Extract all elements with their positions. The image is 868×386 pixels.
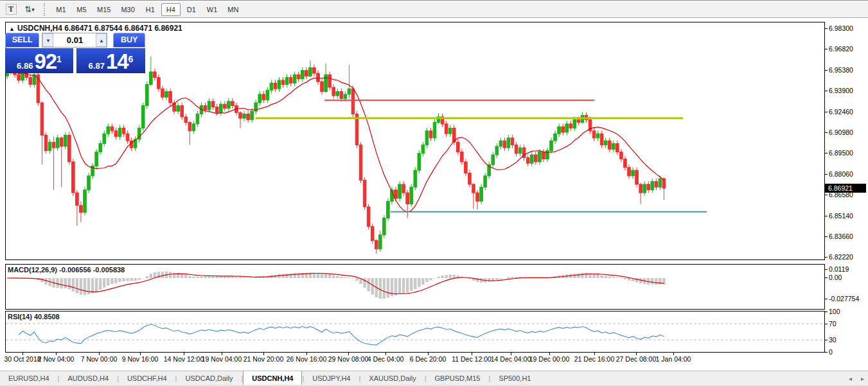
symbol-tab-eurusd[interactable]: EURUSD,H4	[0, 371, 58, 385]
volume-input[interactable]	[53, 33, 96, 47]
sell-price-big: 92	[34, 52, 57, 71]
styler-glyph: ⇅	[24, 4, 30, 14]
volume-decrease-button[interactable]: ▼	[42, 33, 53, 47]
macd-axis-label: -0.027754	[829, 295, 859, 303]
chart-title: ▲USDCNH,H4 6.86471 6.87544 6.86471 6.869…	[9, 24, 182, 33]
macd-axis-tick	[825, 269, 828, 270]
time-axis-label: 1 Jan 04:00	[656, 355, 691, 363]
price-axis-tick	[825, 195, 828, 195]
timeframe-button-w1[interactable]: W1	[202, 3, 222, 16]
symbol-tab-gbpusd[interactable]: GBPUSD,M15	[427, 371, 489, 385]
rsi-pane[interactable]	[5, 311, 825, 353]
symbol-tab-usdcnh[interactable]: USDCNH,H4	[243, 371, 302, 385]
macd-chart[interactable]	[6, 265, 824, 309]
rsi-indicator-label: RSI(14) 40.8508	[8, 313, 60, 320]
symbol-tab-usdjpy[interactable]: USDJPY,H4	[304, 371, 359, 385]
price-axis-tick	[825, 112, 828, 112]
price-axis-tick	[825, 28, 828, 29]
time-axis-label: 29 Nov 08:00	[328, 355, 368, 363]
timeframe-button-h4[interactable]: H4	[161, 3, 181, 16]
time-axis-label: 2 Nov 04:00	[38, 355, 75, 363]
collapse-triangle-icon[interactable]: ▲	[9, 26, 15, 32]
sell-button[interactable]: SELL	[5, 33, 39, 48]
macd-axis-tick	[825, 277, 828, 278]
symbol-tab-xauusd[interactable]: XAUUSD,Daily	[360, 371, 424, 385]
time-axis-label: 21 Nov 20:00	[244, 355, 283, 363]
price-axis-tick	[825, 49, 828, 49]
buy-price-display[interactable]: 6.87 14 6	[76, 48, 145, 73]
chart-area: ▲USDCNH,H4 6.86471 6.87544 6.86471 6.869…	[0, 18, 868, 371]
styler-arrows-icon[interactable]: ⇅ ▾	[22, 3, 37, 16]
time-axis-label: 27 Dec 08:00	[616, 355, 656, 363]
macd-pane[interactable]	[5, 264, 825, 310]
symbol-tab-sp500[interactable]: SP500,H1	[490, 371, 539, 385]
toolbar-grip	[44, 3, 47, 16]
price-axis-tick	[825, 216, 828, 216]
volume-stepper: ▼ ▲	[42, 33, 107, 48]
buy-price-small: 6.87	[89, 61, 105, 71]
terminal-window: T ⇅ ▾ M1M5M15M30H1H4D1W1MN ▲USDCNH,H4 6.…	[0, 0, 868, 386]
timeframe-button-m1[interactable]: M1	[51, 3, 71, 16]
macd-axis-label: 0.00	[829, 274, 842, 281]
sell-price-small: 6.86	[17, 61, 33, 71]
macd-axis-label: 0.0119	[829, 265, 849, 273]
time-axis-label: 14 Dec 04:00	[491, 355, 531, 363]
price-axis-label: 6.85140	[829, 212, 853, 220]
rsi-axis-label: 0	[829, 348, 833, 356]
rsi-axis-tick	[825, 340, 828, 340]
time-axis-label: 14 Nov 12:00	[164, 355, 204, 363]
sell-price-display[interactable]: 6.86 92 1	[5, 48, 73, 73]
timeframe-button-d1[interactable]: D1	[182, 3, 201, 16]
price-axis-label: 6.92460	[829, 108, 853, 116]
price-axis-label: 6.93900	[829, 87, 853, 94]
symbol-tab-usdchf[interactable]: USDCHF,H4	[119, 371, 175, 385]
dropdown-caret-icon: ▾	[31, 6, 35, 13]
time-axis-label: 9 Nov 16:00	[122, 355, 159, 363]
rsi-chart[interactable]	[6, 311, 824, 352]
price-axis-label: 6.83660	[829, 232, 853, 240]
price-axis-label: 6.89500	[829, 149, 853, 157]
rsi-axis-label: 100	[829, 308, 840, 315]
time-axis-label: 30 Oct 2018	[4, 355, 40, 363]
time-axis-label: 6 Dec 20:00	[410, 355, 447, 363]
price-axis-tick	[825, 174, 828, 175]
buy-price-big: 14	[106, 52, 128, 71]
macd-indicator-label: MACD(12,26,9) -0.006556 -0.005838	[8, 266, 125, 274]
time-axis-label: 7 Nov 00:00	[81, 355, 118, 363]
price-axis-label: 6.88060	[829, 170, 853, 178]
price-axis-label: 6.98300	[829, 24, 853, 32]
price-axis-label: 6.82220	[829, 253, 853, 261]
timeframe-buttons: M1M5M15M30H1H4D1W1MN	[51, 3, 244, 16]
price-axis-tick	[825, 91, 828, 91]
symbol-tab-usdcad[interactable]: USDCAD,Daily	[177, 371, 241, 385]
rsi-axis-label: 70	[829, 320, 837, 328]
price-axis-tick	[825, 236, 828, 237]
price-axis-tick	[825, 70, 828, 71]
symbol-tab-audusd[interactable]: AUDUSD,H4	[59, 371, 117, 385]
timeframe-button-h1[interactable]: H1	[141, 3, 160, 16]
tabs-scroll-left-icon[interactable]: ◂	[849, 375, 852, 382]
symbol-label: USDCNH,H4	[17, 24, 62, 33]
timeframe-button-m15[interactable]: M15	[93, 3, 115, 16]
timeframe-button-m5[interactable]: M5	[72, 3, 91, 16]
timeframe-button-m30[interactable]: M30	[116, 3, 139, 16]
buy-price-sup: 6	[128, 49, 134, 69]
symbol-tab-bar: EURUSD,H4|AUDUSD,H4|USDCHF,H4|USDCAD,Dai…	[0, 371, 868, 385]
rsi-axis-tick	[825, 311, 828, 312]
time-axis-label: 26 Nov 16:00	[287, 355, 326, 363]
text-label-tool-icon[interactable]: T	[3, 3, 19, 16]
price-axis-label: 6.95380	[829, 66, 853, 74]
buy-button[interactable]: BUY	[113, 33, 145, 48]
tabs-scroll-right-icon[interactable]: ▸	[861, 375, 864, 382]
ohlc-values: 6.86471 6.87544 6.86471 6.86921	[64, 24, 182, 33]
one-click-trading-panel: SELL ▼ ▲ BUY 6.86 92 1 6.87 14 6	[5, 33, 145, 74]
rsi-axis-tick	[825, 352, 828, 353]
price-axis-tick	[825, 153, 828, 154]
timeframe-button-mn[interactable]: MN	[223, 3, 243, 16]
price-axis-tick	[825, 132, 828, 133]
price-axis-label: 6.90980	[829, 128, 853, 136]
current-price-tag: 6.86921	[825, 184, 866, 193]
time-axis-label: 21 Dec 16:00	[574, 355, 614, 363]
volume-increase-button[interactable]: ▲	[96, 33, 107, 47]
price-axis-tick	[825, 257, 828, 258]
